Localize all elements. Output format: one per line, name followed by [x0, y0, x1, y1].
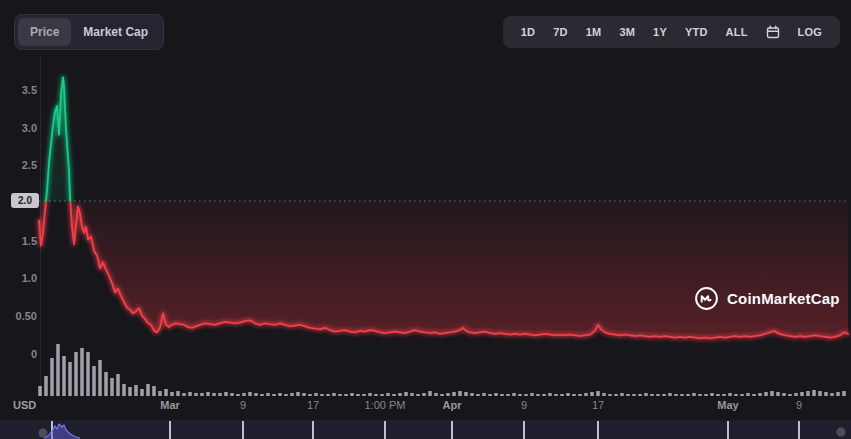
x-tick-label: 17 [592, 399, 604, 411]
range-button-7d[interactable]: 7D [547, 19, 573, 45]
current-price-badge: 2.0 [11, 193, 39, 208]
range-button-all[interactable]: ALL [720, 19, 754, 45]
navigator-chart [0, 420, 851, 439]
x-tick-label: 9 [240, 399, 246, 411]
range-button-1y[interactable]: 1Y [647, 19, 673, 45]
price-chart-panel: Price Market Cap 1D7D1M3M1YYTDALL LOG 3.… [0, 0, 851, 439]
x-tick-label: 1:00 PM [365, 399, 406, 411]
range-button-ytd[interactable]: YTD [679, 19, 714, 45]
x-tick-label: May [717, 399, 738, 411]
coinmarketcap-logo-icon [694, 286, 719, 311]
range-buttons: 1D7D1M3M1YYTDALL [515, 19, 754, 45]
x-tick-label: 17 [307, 399, 319, 411]
range-button-1d[interactable]: 1D [515, 19, 541, 45]
timeline-navigator[interactable] [0, 420, 851, 439]
metric-toggle: Price Market Cap [14, 14, 164, 50]
range-button-3m[interactable]: 3M [613, 19, 641, 45]
navigator-handle[interactable] [837, 428, 846, 437]
watermark-label: CoinMarketCap [727, 290, 840, 307]
range-toolbar: 1D7D1M3M1YYTDALL LOG [503, 16, 840, 48]
x-tick-label: Apr [443, 399, 462, 411]
x-tick-label: 9 [796, 399, 802, 411]
calendar-button[interactable] [760, 19, 786, 45]
price-chart[interactable] [0, 60, 851, 396]
log-scale-button[interactable]: LOG [792, 19, 828, 45]
tab-market-cap[interactable]: Market Cap [71, 18, 160, 46]
range-button-1m[interactable]: 1M [580, 19, 608, 45]
x-axis-labels: Mar9171:00 PMApr917May9 [0, 399, 851, 413]
x-tick-label: Mar [160, 399, 180, 411]
x-tick-label: 9 [521, 399, 527, 411]
navigator-handle[interactable] [39, 429, 48, 438]
calendar-icon [766, 25, 780, 39]
currency-label: USD [13, 399, 36, 411]
coinmarketcap-watermark: CoinMarketCap [694, 286, 840, 311]
tab-price[interactable]: Price [18, 18, 71, 46]
